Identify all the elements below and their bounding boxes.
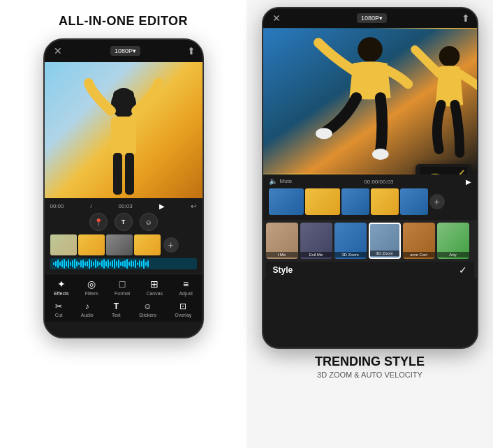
right-phone-resolution[interactable]: 1080P▾ <box>357 13 387 23</box>
phone-add-clip-button[interactable]: + <box>163 237 179 253</box>
phone-clip-1[interactable] <box>50 234 77 255</box>
phone-play-button[interactable]: ▶ <box>159 202 165 210</box>
audio-label: Audio <box>81 313 94 318</box>
canvas-icon: ⊞ <box>150 278 159 290</box>
format-label: Format <box>115 291 130 296</box>
right-clip-1[interactable] <box>269 188 304 215</box>
adjust-icon: ≡ <box>183 278 189 290</box>
person-figure <box>78 62 169 198</box>
stickers-label: Stickers <box>139 313 156 318</box>
phone-sticker-icon[interactable]: ☺ <box>140 213 158 231</box>
style-thumb-1[interactable]: l Me <box>266 223 298 259</box>
phone-tool-icons: 📍 T ☺ <box>50 213 197 231</box>
right-clip-2[interactable] <box>305 188 340 215</box>
svg-rect-5 <box>113 90 134 100</box>
text-icon: T <box>114 301 119 311</box>
nav-cut[interactable]: ✂ Cut <box>55 301 63 318</box>
style-label-2: Evil Me <box>300 252 332 257</box>
style-label-4: 3D Zoom <box>370 251 399 256</box>
phone-bottom-nav-row1: ✦ Effects ◎ Filters □ Format ⊞ Canvas ≡ … <box>45 274 203 299</box>
svg-rect-2 <box>113 153 122 195</box>
right-phone-mockup: ✕ 1080P▾ ⬆ <box>262 7 478 349</box>
right-phone-top-bar: ✕ 1080P▾ ⬆ <box>263 8 477 28</box>
style-bottom-row: Style ✓ <box>266 262 474 278</box>
left-title: ALL-IN-ONE EDITOR <box>59 14 188 29</box>
style-chevron[interactable]: ✓ <box>459 264 467 276</box>
effects-icon: ✦ <box>57 278 66 290</box>
velocity-curve <box>420 167 467 174</box>
phone-waveform <box>50 258 197 269</box>
style-label-5: ame Cart <box>403 252 435 257</box>
style-label-6: Arty <box>437 252 469 257</box>
phone-clip-2[interactable] <box>78 234 105 255</box>
svg-point-10 <box>439 46 459 67</box>
overlay-icon: ⊡ <box>179 301 186 311</box>
effects-label: Effects <box>54 291 68 296</box>
style-thumb-3[interactable]: 3D Zoom <box>334 223 367 259</box>
nav-format[interactable]: □ Format <box>115 278 130 296</box>
phone-top-bar: ✕ 1080P▾ ⬆ <box>45 40 203 62</box>
right-timeline: 🔈 Mute 00:00/00:03 ▶ + <box>263 174 477 220</box>
svg-point-7 <box>358 37 383 62</box>
nav-adjust[interactable]: ≡ Adjust <box>179 278 192 296</box>
audio-icon: ♪ <box>85 301 89 311</box>
phone-close-button[interactable]: ✕ <box>52 45 64 57</box>
phone-time-separator: / <box>90 203 91 209</box>
style-label-3: 3D Zoom <box>334 252 367 257</box>
right-person-figure <box>263 28 477 174</box>
svg-rect-1 <box>111 117 136 155</box>
phone-undo-button[interactable]: ↩ <box>191 202 196 210</box>
phone-resolution[interactable]: 1080P▾ <box>110 46 140 56</box>
right-clip-3[interactable] <box>341 188 369 215</box>
trending-section: TRENDING STYLE 3D ZOOM & AUTO VELOCITY <box>315 354 425 379</box>
style-thumb-6[interactable]: Arty <box>437 223 469 259</box>
right-phone-upload-button[interactable]: ⬆ <box>462 13 470 24</box>
style-thumb-2[interactable]: Evil Me <box>300 223 332 259</box>
right-play-button[interactable]: ▶ <box>466 178 471 186</box>
nav-canvas[interactable]: ⊞ Canvas <box>146 278 163 296</box>
svg-rect-3 <box>125 153 134 195</box>
phone-timeline: 00:00 / 00:03 ▶ ↩ 📍 T ☺ + <box>45 198 203 274</box>
nav-stickers[interactable]: ☺ Stickers <box>139 301 156 318</box>
overlay-label: Overlay <box>175 313 191 318</box>
phone-time-current: 00:00 <box>50 203 64 209</box>
mute-label: Mute <box>280 178 293 184</box>
speaker-icon[interactable]: 🔈 <box>269 177 277 185</box>
phone-text-icon[interactable]: T <box>115 213 133 231</box>
style-thumb-5[interactable]: ame Cart <box>403 223 435 259</box>
left-phone-mockup: ✕ 1080P▾ ⬆ <box>43 38 204 338</box>
text-label: Text <box>112 313 121 318</box>
right-clip-5[interactable] <box>400 188 428 215</box>
mute-area: 🔈 Mute <box>269 177 293 185</box>
canvas-label: Canvas <box>146 291 163 296</box>
adjust-label: Adjust <box>179 291 192 296</box>
nav-effects[interactable]: ✦ Effects <box>54 278 68 296</box>
phone-time-total: 00:03 <box>119 203 133 209</box>
styles-row: l Me Evil Me 3D Zoom 3D Zoom ame Cart Ar… <box>266 223 474 259</box>
trending-subtitle: 3D ZOOM & AUTO VELOCITY <box>317 371 422 379</box>
style-thumbnails-container: l Me Evil Me 3D Zoom 3D Zoom ame Cart Ar… <box>263 220 477 278</box>
phone-bottom-nav-row2: ✂ Cut ♪ Audio T Text ☺ Stickers ⊡ Overla… <box>45 299 203 322</box>
phone-marker-icon[interactable]: 📍 <box>89 213 108 231</box>
phone-clip-3[interactable] <box>106 234 133 255</box>
style-thumb-4[interactable]: 3D Zoom <box>369 223 401 259</box>
nav-filters[interactable]: ◎ Filters <box>85 278 98 296</box>
cut-icon: ✂ <box>55 301 62 311</box>
phone-upload-button[interactable]: ⬆ <box>187 45 196 57</box>
nav-text[interactable]: T Text <box>112 301 121 318</box>
nav-audio[interactable]: ♪ Audio <box>81 301 94 318</box>
velocity-card: Auto Velocity <box>415 164 471 174</box>
right-clip-4[interactable] <box>371 188 399 215</box>
right-panel: ✕ 1080P▾ ⬆ <box>246 0 493 448</box>
filters-icon: ◎ <box>87 278 96 290</box>
phone-clip-4[interactable] <box>134 234 161 255</box>
right-time-display: 00:00/00:03 <box>364 179 393 185</box>
right-phone-close-button[interactable]: ✕ <box>270 12 283 24</box>
nav-overlay[interactable]: ⊡ Overlay <box>175 301 191 318</box>
right-clips-area: + <box>269 188 471 215</box>
style-label-1: l Me <box>266 252 298 257</box>
right-add-clip-button[interactable]: + <box>429 194 445 209</box>
style-section-label: Style <box>273 265 293 275</box>
left-panel: ALL-IN-ONE EDITOR ✕ 1080P▾ ⬆ <box>0 0 246 448</box>
right-video-area: Auto Velocity <box>263 28 477 174</box>
